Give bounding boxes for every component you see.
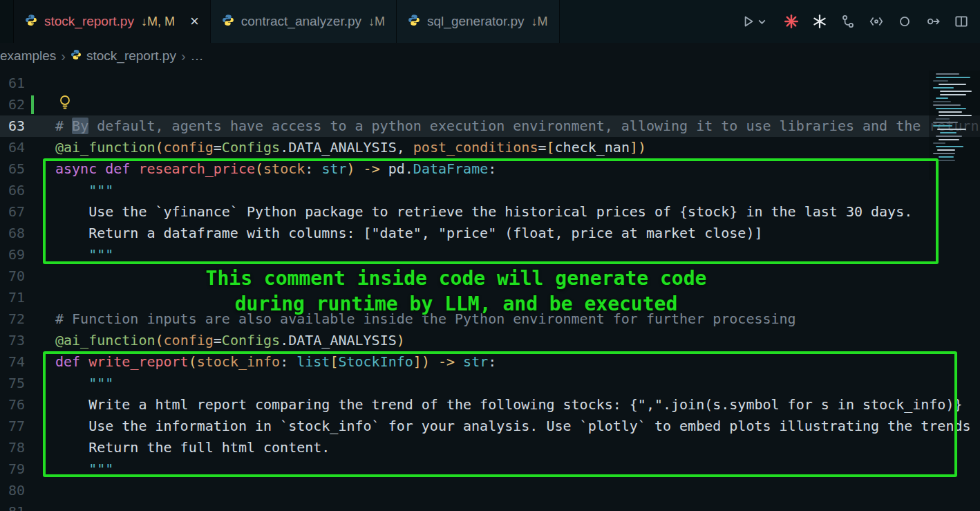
minimap-line [939,84,966,85]
code-line[interactable]: 63# By default, agents have access to a … [0,115,980,137]
code-token: ( [156,332,164,349]
tab-contract-analyzer[interactable]: contract_analyzer.py ↓M [211,0,397,43]
git-status-badge: ↓M, M [141,15,175,29]
line-number[interactable]: 72 [0,308,25,330]
extension-icon-red-asterisk[interactable] [784,14,799,29]
minimap-line [933,104,961,106]
line-number[interactable]: 68 [0,223,25,244]
code-line[interactable]: 64@ai_function(config=Configs.DATA_ANALY… [0,137,980,158]
minimap-line [937,129,966,130]
line-number[interactable]: 78 [0,437,25,458]
line-number[interactable]: 79 [0,458,25,480]
line-number[interactable]: 65 [0,158,25,180]
line-number[interactable]: 73 [0,330,25,351]
code-line[interactable]: 73@ai_function(config=Configs.DATA_ANALY… [0,330,980,351]
code-token: . [280,332,288,349]
minimap-line [939,115,972,116]
minimap-line [936,118,950,120]
gutter-change-indicator [31,95,34,114]
python-icon [222,14,234,30]
breadcrumb-item-symbol[interactable]: … [191,48,204,64]
line-number[interactable]: 75 [0,373,25,394]
circle-icon[interactable] [897,14,912,29]
python-icon [408,14,420,30]
code-text: # By default, agents have access to a py… [55,115,979,137]
line-number[interactable]: 74 [0,351,25,373]
minimap-line [933,125,952,127]
line-number[interactable]: 62 [0,94,25,115]
minimap-line [940,132,957,133]
line-number[interactable]: 67 [0,201,25,223]
annotation-caption-line2: during runtime by LLM, and be executed [194,291,719,317]
line-number[interactable]: 66 [0,180,25,201]
openai-icon[interactable] [812,14,827,29]
minimap-line [936,77,970,78]
line-number[interactable]: 69 [0,244,25,266]
line-number[interactable]: 76 [0,394,25,416]
minimap-line [933,122,958,123]
minimap-line [939,111,962,113]
code-token: @ai_function [55,332,156,349]
line-number[interactable]: 71 [0,287,25,308]
minimap-line [933,101,951,102]
close-tab-icon[interactable]: × [190,14,199,29]
editor-tab-bar: stock_report.py ↓M, M × contract_analyze… [0,0,980,43]
split-editor-icon[interactable] [954,14,969,29]
code-editor[interactable]: 616263# By default, agents have access t… [0,69,980,511]
python-icon [25,14,37,30]
minimap-line [936,73,959,75]
code-token: ] [630,139,638,156]
chevron-right-icon: › [181,48,186,64]
code-token: config [164,139,214,156]
line-number[interactable]: 81 [0,501,25,511]
line-number[interactable]: 63 [0,115,25,137]
line-number[interactable]: 64 [0,137,25,158]
code-text: @ai_function(config=Configs.DATA_ANALYSI… [55,137,646,158]
minimap-line [936,160,955,161]
minimap-line [940,94,966,95]
minimap-line [936,146,963,147]
line-number[interactable]: 80 [0,480,25,501]
tabbar-left-corner [0,0,14,43]
minimap-line [937,149,955,151]
run-python-file-button[interactable] [741,14,756,29]
line-number[interactable]: 61 [0,73,25,94]
tabbar-spacer [560,0,730,43]
line-number[interactable]: 70 [0,266,25,287]
code-line[interactable]: 80 [0,480,980,501]
code-line[interactable]: 61 [0,73,980,94]
goto-reference-icon[interactable] [925,14,941,29]
code-token: config [164,332,214,349]
code-review-icon[interactable] [869,14,884,29]
code-token: @ai_function [55,139,156,156]
run-dropdown-chevron-icon[interactable] [757,17,766,26]
git-graph-icon[interactable] [840,14,856,29]
code-token: DATA_ANALYSIS [288,332,397,349]
tab-stock-report[interactable]: stock_report.py ↓M, M × [14,0,211,43]
git-status-badge: ↓M [368,15,385,29]
minimap-line [936,108,966,109]
git-status-badge: ↓M [531,15,548,29]
editor-actions-toolbar [730,0,980,43]
tab-sql-generator[interactable]: sql_generator.py ↓M [397,0,560,43]
tab-label: sql_generator.py [427,14,525,29]
lightbulb-icon[interactable] [58,95,72,114]
code-token: = [214,139,222,156]
breadcrumb-item-examples[interactable]: examples [0,48,56,64]
minimap-line [933,153,955,154]
code-token: Configs [222,332,280,349]
code-line[interactable]: 62 [0,94,980,115]
code-token: = [538,139,546,156]
code-text: @ai_function(config=Configs.DATA_ANALYSI… [55,330,405,351]
chevron-right-icon: › [61,48,66,64]
python-icon [70,48,82,64]
code-line[interactable]: 81 [0,501,980,511]
line-number[interactable]: 77 [0,416,25,437]
code-token: ) [638,139,646,156]
code-token: . [280,139,288,156]
minimap-line [939,139,959,140]
annotation-box-write-report [43,351,957,477]
tab-label: stock_report.py [44,14,134,29]
code-token: ( [156,139,164,156]
breadcrumb-item-file[interactable]: stock_report.py [86,48,176,64]
